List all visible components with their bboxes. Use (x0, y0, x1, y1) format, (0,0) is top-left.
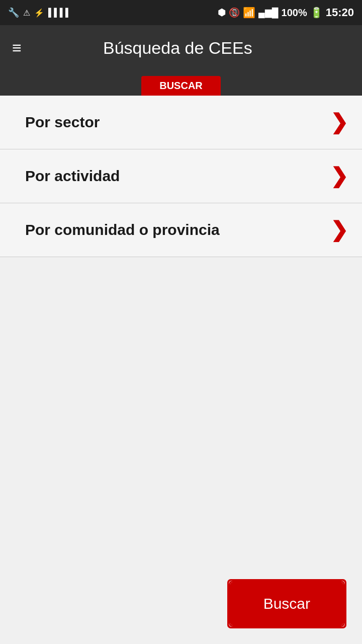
app-bar: ≡ Búsqueda de CEEs (0, 25, 362, 70)
buscar-button[interactable]: Buscar (232, 584, 342, 624)
status-bar: 🔧 ⚠ ⚡ ▌▌▌▌ ⬢ 📵 📶 ▄▆█ 100% 🔋 15:20 (0, 0, 362, 25)
chevron-right-icon-2: ❯ (330, 166, 348, 187)
signal-bars-icon: ▌▌▌▌ (48, 8, 71, 17)
bluetooth-icon: ⬢ (218, 7, 226, 18)
wifi-icon: 📶 (243, 7, 255, 19)
signal-icon: ▄▆█ (258, 7, 279, 18)
status-icons-left: 🔧 ⚠ ⚡ ▌▌▌▌ (8, 7, 71, 18)
battery-icon: 🔋 (310, 7, 323, 19)
menu-item-por-actividad[interactable]: Por actividad ❯ (0, 149, 362, 203)
chevron-right-icon: ❯ (330, 112, 348, 133)
time-display: 15:20 (326, 6, 354, 19)
status-icons-right: ⬢ 📵 📶 ▄▆█ 100% 🔋 15:20 (218, 6, 354, 19)
menu-item-por-comunidad-label: Por comunidad o provincia (25, 221, 220, 238)
usb-icon: ⚡ (34, 8, 44, 18)
battery-percent: 100% (282, 7, 307, 19)
menu-item-por-comunidad[interactable]: Por comunidad o provincia ❯ (0, 203, 362, 257)
content-area: Por sector ❯ Por actividad ❯ Por comunid… (0, 96, 362, 257)
menu-item-por-sector[interactable]: Por sector ❯ (0, 96, 362, 149)
tab-buscar[interactable]: BUSCAR (141, 76, 221, 96)
no-sim-icon: 📵 (229, 7, 240, 18)
wrench-icon: 🔧 (8, 7, 19, 18)
chevron-right-icon-3: ❯ (330, 219, 348, 240)
hamburger-menu-icon[interactable]: ≡ (12, 39, 22, 57)
app-bar-title: Búsqueda de CEEs (37, 38, 319, 58)
menu-item-por-sector-label: Por sector (25, 114, 100, 131)
bottom-area: Buscar (232, 584, 342, 624)
tab-bar: BUSCAR (0, 70, 362, 96)
warning-icon: ⚠ (23, 8, 30, 18)
menu-item-por-actividad-label: Por actividad (25, 168, 120, 185)
